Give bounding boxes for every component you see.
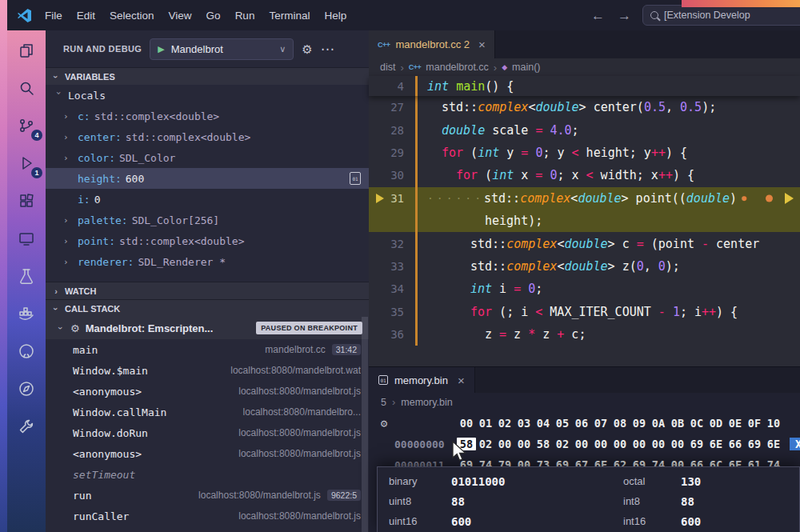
breadcrumb-symbol[interactable]: main()	[512, 62, 540, 73]
more-actions-icon[interactable]: ⋯	[321, 42, 334, 56]
stack-frame[interactable]: <anonymous>localhost:8080/mandelbrot.js	[46, 381, 369, 402]
forward-icon[interactable]: →	[618, 9, 631, 22]
gutter[interactable]: 33	[369, 260, 415, 273]
hex-byte[interactable]: 00	[649, 438, 668, 450]
gutter[interactable]: 27	[369, 101, 415, 114]
stack-frame[interactable]: <anonymous>localhost:8080/mandelbrot.js	[46, 443, 369, 464]
variable-row[interactable]: ›renderer:SDL_Renderer *	[46, 251, 369, 272]
stack-frame[interactable]: runCallerlocalhost:8080/mandelbrot.js	[46, 506, 369, 526]
code-line[interactable]: 32std::complex<double> c = (point - cent…	[369, 232, 800, 254]
panel-breadcrumb-index[interactable]: 5	[381, 397, 386, 408]
gutter[interactable]: 35	[369, 306, 415, 318]
twistie-icon[interactable]: ›	[63, 257, 74, 267]
live-share-icon[interactable]	[16, 378, 37, 399]
scope-locals[interactable]: › Locals	[46, 85, 369, 106]
menu-file[interactable]: File	[38, 6, 70, 26]
code-line[interactable]: 33std::complex<double> z(0, 0);	[369, 255, 800, 278]
tools-icon[interactable]	[16, 416, 37, 437]
twistie-icon[interactable]: ›	[63, 215, 74, 226]
menu-run[interactable]: Run	[228, 6, 262, 26]
code-line[interactable]: 27std::complex<double> center(0.5, 0.5);	[369, 96, 800, 118]
hex-byte[interactable]: 6E	[706, 438, 726, 450]
variable-row[interactable]: ›color:SDL_Color	[46, 147, 369, 168]
menu-view[interactable]: View	[162, 6, 199, 26]
testing-icon[interactable]	[16, 266, 37, 286]
view-binary-icon[interactable]: 01	[350, 172, 361, 185]
hex-row[interactable]: 00000000580200005802000000000000696E6669…	[374, 434, 800, 454]
twistie-icon[interactable]: ›	[63, 111, 74, 122]
stack-frame[interactable]: Window.callMainlocalhost:8080/mandelbro.…	[46, 402, 369, 422]
hex-byte[interactable]: 66	[726, 438, 745, 450]
close-icon[interactable]: ×	[478, 38, 486, 51]
menu-selection[interactable]: Selection	[102, 6, 162, 26]
callstack-section-header[interactable]: › CALL STACK	[46, 299, 369, 317]
back-icon[interactable]: ←	[591, 9, 605, 22]
hex-byte[interactable]: 58	[534, 438, 553, 450]
gutter[interactable]: 30	[369, 169, 415, 182]
ascii-selected-cell[interactable]: X	[790, 438, 800, 450]
stack-frame[interactable]: Window.$mainlocalhost:8080/mandelbrot.wa…	[46, 360, 369, 381]
code-line[interactable]: 29for (int y = 0; y < height; y++) {	[369, 142, 800, 164]
hex-byte[interactable]: 02	[553, 438, 572, 450]
twistie-icon[interactable]: ›	[63, 236, 74, 246]
variable-row[interactable]: ›c:std::complex<double>	[46, 106, 369, 126]
gutter[interactable]: 28	[369, 124, 415, 137]
code-line[interactable]: 35for (; i < MAX_ITER_COUNT - 1; i++) {	[369, 301, 800, 323]
variable-row[interactable]: i:0	[46, 189, 369, 210]
code-line[interactable]: 28double scale = 4.0;	[369, 118, 800, 141]
sticky-scroll-line[interactable]: 4 int main() {	[369, 76, 800, 96]
variable-row[interactable]: ›point:std::complex<double>	[46, 230, 369, 251]
twistie-icon[interactable]: ›	[63, 153, 74, 163]
hex-byte[interactable]: 6E	[764, 438, 783, 450]
close-icon[interactable]: ×	[458, 374, 465, 387]
code-line[interactable]: 34int i = 0;	[369, 278, 800, 300]
hex-byte[interactable]: 00	[514, 438, 534, 450]
source-control-icon[interactable]: 4	[16, 115, 37, 136]
code-editor[interactable]: 27std::complex<double> center(0.5, 0.5);…	[369, 96, 800, 366]
twistie-icon[interactable]: ›	[54, 90, 64, 101]
hex-byte[interactable]: 02	[476, 438, 495, 450]
stack-frame[interactable]: Window.doRunlocalhost:8080/mandelbrot.js	[46, 422, 369, 443]
gutter[interactable]: 34	[369, 282, 415, 295]
hex-byte[interactable]: 00	[630, 438, 649, 450]
menu-terminal[interactable]: Terminal	[262, 6, 317, 26]
containers-icon[interactable]	[16, 303, 37, 324]
tab-memory-bin[interactable]: 01 memory.bin ×	[369, 367, 475, 393]
github-icon[interactable]	[16, 341, 37, 362]
gutter[interactable]: 31	[369, 192, 415, 205]
run-and-debug-icon[interactable]: 1	[16, 153, 37, 174]
menu-go[interactable]: Go	[199, 6, 228, 26]
gear-icon[interactable]: ⚙	[302, 43, 312, 55]
start-debugging-icon[interactable]: ▶	[158, 44, 164, 54]
stack-frame[interactable]: setTimeout	[46, 464, 369, 485]
hex-byte[interactable]: 00	[668, 438, 687, 450]
gutter[interactable]: 36	[369, 328, 415, 341]
code-line[interactable]: 30for (int x = 0; x < width; x++) {	[369, 164, 800, 186]
launch-config-dropdown[interactable]: ▶ Mandelbrot ∨	[150, 38, 294, 60]
panel-breadcrumb-file[interactable]: memory.bin	[401, 397, 452, 408]
variable-row[interactable]: ›center:std::complex<double>	[46, 126, 369, 147]
debug-session-row[interactable]: › ⚙ Mandelbrot: Emscripten... PAUSED ON …	[46, 317, 369, 339]
hex-byte[interactable]: 00	[572, 438, 591, 450]
gutter[interactable]: 32	[369, 238, 415, 250]
breadcrumb-file[interactable]: mandelbrot.cc	[426, 62, 489, 73]
menu-help[interactable]: Help	[317, 6, 354, 26]
extensions-icon[interactable]	[16, 190, 37, 211]
hex-settings-icon[interactable]: ⚙	[374, 417, 394, 430]
code-line[interactable]: height);	[369, 210, 800, 232]
scrollbar[interactable]	[362, 317, 368, 532]
search-view-icon[interactable]	[16, 78, 37, 98]
command-center-search[interactable]: [Extension Develop	[642, 5, 800, 26]
hex-byte[interactable]: 00	[610, 438, 630, 450]
variable-row[interactable]: ›palette:SDL_Color[256]	[46, 210, 369, 230]
stack-frame[interactable]: runlocalhost:8080/mandelbrot.js9622:5	[46, 485, 369, 506]
stack-frame[interactable]: mainmandelbrot.cc31:42	[46, 339, 369, 360]
variable-row[interactable]: height:60001	[46, 168, 369, 189]
watch-section-header[interactable]: › WATCH	[46, 282, 369, 299]
explorer-icon[interactable]	[16, 40, 37, 61]
hex-byte[interactable]: 58	[457, 438, 476, 450]
gutter[interactable]: 29	[369, 146, 415, 159]
code-line[interactable]: 31······std::complex<double> point((doub…	[369, 187, 800, 210]
hex-byte[interactable]: 00	[495, 438, 514, 450]
breadcrumb-folder[interactable]: dist	[380, 62, 395, 73]
